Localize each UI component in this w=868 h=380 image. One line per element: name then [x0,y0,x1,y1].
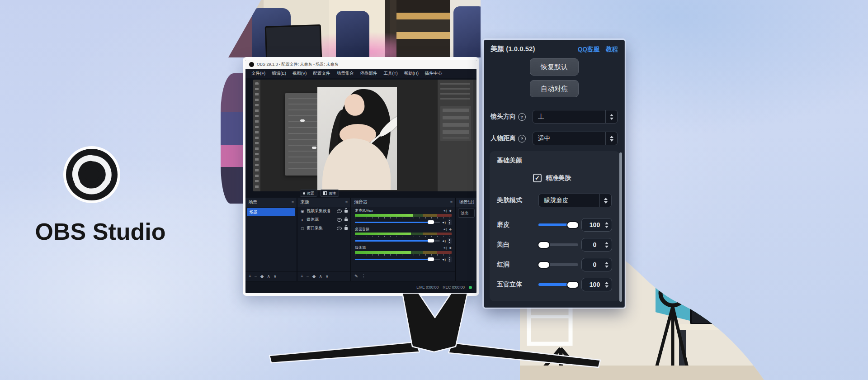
slider-handle[interactable] [538,262,549,268]
menu-scene-collection[interactable]: 场景集合 [333,71,357,76]
dock-menu-icon[interactable]: ≡ [292,200,294,204]
obs-logo [62,145,121,204]
scene-filters-button[interactable]: ◆ [260,274,264,279]
add-source-button[interactable]: + [301,274,303,279]
menu-view[interactable]: 视图(V) [289,71,310,76]
menu-plugin-center[interactable]: 插件中心 [422,71,445,76]
chip-properties[interactable]: 属性 [320,190,339,197]
skin-mode-select[interactable]: 朦胧磨皮 [538,194,612,207]
checkbox[interactable]: ✓ [533,174,542,182]
chevron-up-icon [610,114,613,116]
menu-edit[interactable]: 编辑(E) [269,71,289,76]
face-3d-value-box[interactable]: 100 [581,278,612,291]
remove-source-button[interactable]: − [307,274,309,279]
lock-icon[interactable] [344,218,348,221]
mixer-more-button[interactable]: ⋮ [361,274,366,279]
brand-name: OBS Studio [24,218,177,245]
scene-list-item[interactable]: 场景 [247,208,295,216]
restore-defaults-button[interactable]: 恢复默认 [530,58,579,76]
rosy-value-box[interactable]: 0 [581,258,612,271]
help-icon[interactable]: ? [518,113,526,121]
menu-docks[interactable]: 停靠部件 [357,71,380,76]
source-row[interactable]: ◉ 视频采集设备 [297,207,350,215]
precise-skin-checkbox-row[interactable]: ✓ 精准美肤 [533,174,571,182]
select-spinner[interactable] [599,194,611,207]
menu-tools[interactable]: 工具(T) [380,71,401,76]
mute-speaker-icon[interactable]: ◄) [442,258,446,261]
lock-icon[interactable] [344,227,348,230]
visibility-eye-icon[interactable] [337,209,342,213]
value-spinner[interactable] [605,262,609,268]
slider-handle[interactable] [567,282,578,288]
tutorial-link[interactable]: 教程 [606,45,618,53]
move-scene-down-button[interactable]: ∨ [274,274,277,279]
checkbox-label: 精准美肤 [546,174,571,182]
value-spinner[interactable] [605,242,609,248]
menu-profile[interactable]: 配置文件 [310,71,333,76]
volume-slider[interactable] [355,259,440,260]
panel-scrollbar[interactable] [619,152,622,302]
rosy-slider[interactable] [538,258,578,271]
subject-distance-label: 人物距离 ? [491,132,526,145]
visibility-eye-icon[interactable] [337,218,342,222]
settings-icon[interactable]: ◆ [449,209,452,213]
source-row[interactable]: ◐ 媒体源 [297,215,350,224]
move-source-up-button[interactable]: ∧ [319,274,322,279]
desk-monitor [265,24,322,57]
whitening-slider[interactable] [538,238,578,252]
beauty-filter-panel: 美颜 (1.0.0.52) QQ客服 教程 恢复默认 自动对焦 镜头方向 ? 上… [484,40,625,308]
smoothing-value-box[interactable]: 100 [581,218,612,232]
visibility-eye-icon[interactable] [337,227,342,230]
volume-handle[interactable] [428,257,434,261]
remove-scene-button[interactable]: − [255,274,257,279]
speaker-icon[interactable]: ◄) [443,228,447,231]
value-spinner[interactable] [605,222,609,228]
select-spinner[interactable] [605,110,617,123]
channel-menu-icon[interactable] [448,256,452,262]
camera-direction-select[interactable]: 上 [533,110,618,124]
channel-menu-icon[interactable] [448,238,452,244]
face-3d-slider[interactable] [538,278,578,291]
channel-menu-icon[interactable] [448,219,452,225]
dock-menu-icon[interactable]: ≡ [345,200,348,204]
select-spinner[interactable] [605,132,617,145]
settings-icon[interactable]: ◆ [449,228,452,231]
meter-ticks [355,254,452,256]
channel-label: 媒体源 [355,245,440,250]
whitening-value-box[interactable]: 0 [581,238,612,252]
camera-icon: ◉ [300,209,305,214]
volume-handle[interactable] [428,220,434,224]
speaker-icon[interactable]: ◄) [443,209,447,212]
mute-speaker-icon[interactable]: ◄) [442,221,446,224]
subject-distance-select[interactable]: 适中 [533,132,618,145]
chevron-up-icon [604,198,608,200]
transition-select[interactable]: 淡出 [458,209,475,218]
move-scene-up-button[interactable]: ∧ [267,274,270,279]
scenes-dock-header: 场景 ≡ [245,198,297,207]
source-row[interactable]: □ 窗口采集 [297,224,350,233]
qq-support-link[interactable]: QQ客服 [578,45,599,53]
chip-position[interactable]: 位置 [300,190,317,197]
value-spinner[interactable] [605,282,609,288]
speaker-icon[interactable]: ◄) [443,246,447,249]
settings-icon[interactable]: ◆ [449,246,452,250]
move-source-down-button[interactable]: ∨ [326,274,329,279]
add-scene-button[interactable]: + [249,274,251,279]
editor-edge-strip [473,80,476,191]
lock-icon[interactable] [344,210,348,213]
dock-menu-icon[interactable]: ≡ [450,200,453,204]
mixer-edit-button[interactable]: ✎ [354,274,358,279]
mute-speaker-icon[interactable]: ◄) [442,239,446,242]
volume-slider[interactable] [355,222,440,223]
slider-handle[interactable] [567,222,578,228]
volume-slider[interactable] [355,240,440,242]
label-text: 人物距离 [491,134,516,142]
source-properties-button[interactable]: ◆ [312,274,316,279]
menu-help[interactable]: 帮助(H) [401,71,422,76]
autofocus-button[interactable]: 自动对焦 [530,80,579,97]
volume-handle[interactable] [428,239,434,242]
help-icon[interactable]: ? [518,135,526,142]
menu-file[interactable]: 文件(F) [248,71,269,76]
smoothing-slider[interactable] [538,218,578,232]
slider-handle[interactable] [538,242,549,248]
